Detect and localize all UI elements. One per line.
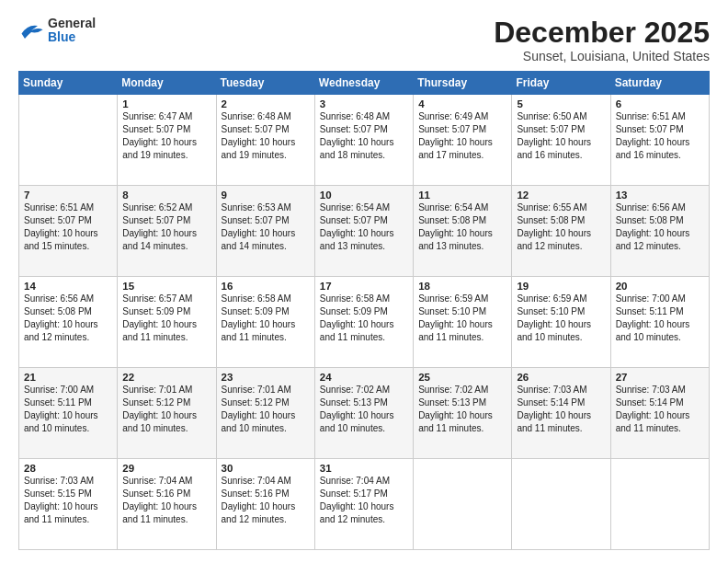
calendar-cell-w3-d6: 19Sunrise: 6:59 AM Sunset: 5:10 PM Dayli… <box>512 277 610 368</box>
day-number-9: 9 <box>222 190 310 201</box>
day-number-22: 22 <box>122 372 210 383</box>
title-block: December 2025 Sunset, Louisiana, United … <box>494 17 710 63</box>
header: General Blue December 2025 Sunset, Louis… <box>18 17 710 63</box>
cell-content-21: Sunrise: 7:00 AM Sunset: 5:11 PM Dayligh… <box>24 384 112 435</box>
col-tuesday: Tuesday <box>216 72 314 95</box>
calendar-cell-w5-d1: 28Sunrise: 7:03 AM Sunset: 5:15 PM Dayli… <box>19 459 118 550</box>
calendar-cell-w5-d2: 29Sunrise: 7:04 AM Sunset: 5:16 PM Dayli… <box>118 459 216 550</box>
cell-content-17: Sunrise: 6:58 AM Sunset: 5:09 PM Dayligh… <box>320 293 408 344</box>
calendar-cell-w4-d7: 27Sunrise: 7:03 AM Sunset: 5:14 PM Dayli… <box>610 368 709 459</box>
cell-content-6: Sunrise: 6:51 AM Sunset: 5:07 PM Dayligh… <box>616 110 704 162</box>
calendar-cell-w3-d3: 16Sunrise: 6:58 AM Sunset: 5:09 PM Dayli… <box>216 277 314 368</box>
day-number-17: 17 <box>320 281 408 292</box>
logo-bird-icon <box>18 20 44 40</box>
logo: General Blue <box>18 17 96 45</box>
day-number-14: 14 <box>24 281 112 292</box>
day-number-29: 29 <box>122 463 210 474</box>
calendar-cell-w1-d3: 2Sunrise: 6:48 AM Sunset: 5:07 PM Daylig… <box>216 95 314 186</box>
cell-content-9: Sunrise: 6:53 AM Sunset: 5:07 PM Dayligh… <box>222 201 310 253</box>
calendar-week-5: 28Sunrise: 7:03 AM Sunset: 5:15 PM Dayli… <box>19 459 710 550</box>
cell-content-1: Sunrise: 6:47 AM Sunset: 5:07 PM Dayligh… <box>122 110 210 162</box>
calendar-cell-w1-d5: 4Sunrise: 6:49 AM Sunset: 5:07 PM Daylig… <box>414 95 512 186</box>
logo-general-text: General <box>48 17 96 30</box>
day-number-31: 31 <box>320 463 408 474</box>
calendar-cell-w2-d2: 8Sunrise: 6:52 AM Sunset: 5:07 PM Daylig… <box>118 186 216 277</box>
col-saturday: Saturday <box>610 72 709 95</box>
day-number-15: 15 <box>122 281 210 292</box>
cell-content-20: Sunrise: 7:00 AM Sunset: 5:11 PM Dayligh… <box>616 293 704 344</box>
calendar-cell-w2-d7: 13Sunrise: 6:56 AM Sunset: 5:08 PM Dayli… <box>610 186 709 277</box>
calendar-cell-w1-d6: 5Sunrise: 6:50 AM Sunset: 5:07 PM Daylig… <box>512 95 610 186</box>
calendar-cell-w1-d4: 3Sunrise: 6:48 AM Sunset: 5:07 PM Daylig… <box>314 95 413 186</box>
cell-content-16: Sunrise: 6:58 AM Sunset: 5:09 PM Dayligh… <box>222 293 310 344</box>
cell-content-24: Sunrise: 7:02 AM Sunset: 5:13 PM Dayligh… <box>320 384 408 435</box>
cell-content-31: Sunrise: 7:04 AM Sunset: 5:17 PM Dayligh… <box>320 475 408 526</box>
cell-content-5: Sunrise: 6:50 AM Sunset: 5:07 PM Dayligh… <box>517 110 605 162</box>
day-number-30: 30 <box>222 463 310 474</box>
calendar-cell-w1-d1 <box>19 95 118 186</box>
cell-content-2: Sunrise: 6:48 AM Sunset: 5:07 PM Dayligh… <box>222 110 310 162</box>
calendar-cell-w3-d7: 20Sunrise: 7:00 AM Sunset: 5:11 PM Dayli… <box>610 277 709 368</box>
day-number-3: 3 <box>320 98 408 109</box>
col-friday: Friday <box>512 72 610 95</box>
cell-content-4: Sunrise: 6:49 AM Sunset: 5:07 PM Dayligh… <box>418 110 506 162</box>
day-number-2: 2 <box>222 98 310 109</box>
cell-content-29: Sunrise: 7:04 AM Sunset: 5:16 PM Dayligh… <box>122 475 210 526</box>
cell-content-14: Sunrise: 6:56 AM Sunset: 5:08 PM Dayligh… <box>24 293 112 344</box>
day-number-18: 18 <box>418 281 506 292</box>
day-number-4: 4 <box>418 98 506 109</box>
day-number-23: 23 <box>222 372 310 383</box>
calendar-cell-w4-d3: 23Sunrise: 7:01 AM Sunset: 5:12 PM Dayli… <box>216 368 314 459</box>
day-number-1: 1 <box>122 98 210 109</box>
cell-content-10: Sunrise: 6:54 AM Sunset: 5:07 PM Dayligh… <box>320 201 408 253</box>
day-number-16: 16 <box>222 281 310 292</box>
cell-content-19: Sunrise: 6:59 AM Sunset: 5:10 PM Dayligh… <box>517 293 605 344</box>
calendar-cell-w1-d7: 6Sunrise: 6:51 AM Sunset: 5:07 PM Daylig… <box>610 95 709 186</box>
logo-blue-text: Blue <box>48 30 96 44</box>
calendar-cell-w2-d3: 9Sunrise: 6:53 AM Sunset: 5:07 PM Daylig… <box>216 186 314 277</box>
calendar-cell-w1-d2: 1Sunrise: 6:47 AM Sunset: 5:07 PM Daylig… <box>118 95 216 186</box>
day-number-21: 21 <box>24 372 112 383</box>
day-number-12: 12 <box>517 190 605 201</box>
col-sunday: Sunday <box>19 72 118 95</box>
calendar-cell-w3-d4: 17Sunrise: 6:58 AM Sunset: 5:09 PM Dayli… <box>314 277 413 368</box>
day-number-5: 5 <box>517 98 605 109</box>
page: General Blue December 2025 Sunset, Louis… <box>0 0 728 563</box>
day-number-20: 20 <box>616 281 704 292</box>
calendar-cell-w4-d2: 22Sunrise: 7:01 AM Sunset: 5:12 PM Dayli… <box>118 368 216 459</box>
day-number-27: 27 <box>616 372 704 383</box>
calendar-cell-w4-d1: 21Sunrise: 7:00 AM Sunset: 5:11 PM Dayli… <box>19 368 118 459</box>
calendar-week-3: 14Sunrise: 6:56 AM Sunset: 5:08 PM Dayli… <box>19 277 710 368</box>
logo-text: General Blue <box>48 17 96 45</box>
day-number-10: 10 <box>320 190 408 201</box>
day-number-25: 25 <box>418 372 506 383</box>
calendar-week-4: 21Sunrise: 7:00 AM Sunset: 5:11 PM Dayli… <box>19 368 710 459</box>
day-number-28: 28 <box>24 463 112 474</box>
calendar-cell-w2-d5: 11Sunrise: 6:54 AM Sunset: 5:08 PM Dayli… <box>414 186 512 277</box>
col-monday: Monday <box>118 72 216 95</box>
day-number-7: 7 <box>24 190 112 201</box>
cell-content-28: Sunrise: 7:03 AM Sunset: 5:15 PM Dayligh… <box>24 475 112 526</box>
calendar-cell-w5-d4: 31Sunrise: 7:04 AM Sunset: 5:17 PM Dayli… <box>314 459 413 550</box>
cell-content-11: Sunrise: 6:54 AM Sunset: 5:08 PM Dayligh… <box>418 201 506 253</box>
main-title: December 2025 <box>494 17 710 49</box>
calendar-table: Sunday Monday Tuesday Wednesday Thursday… <box>18 71 710 550</box>
day-number-13: 13 <box>616 190 704 201</box>
cell-content-25: Sunrise: 7:02 AM Sunset: 5:13 PM Dayligh… <box>418 384 506 435</box>
calendar-cell-w5-d3: 30Sunrise: 7:04 AM Sunset: 5:16 PM Dayli… <box>216 459 314 550</box>
cell-content-18: Sunrise: 6:59 AM Sunset: 5:10 PM Dayligh… <box>418 293 506 344</box>
cell-content-13: Sunrise: 6:56 AM Sunset: 5:08 PM Dayligh… <box>616 201 704 253</box>
cell-content-22: Sunrise: 7:01 AM Sunset: 5:12 PM Dayligh… <box>122 384 210 435</box>
calendar-cell-w4-d5: 25Sunrise: 7:02 AM Sunset: 5:13 PM Dayli… <box>414 368 512 459</box>
day-number-8: 8 <box>122 190 210 201</box>
cell-content-7: Sunrise: 6:51 AM Sunset: 5:07 PM Dayligh… <box>24 201 112 253</box>
subtitle: Sunset, Louisiana, United States <box>494 49 710 63</box>
cell-content-23: Sunrise: 7:01 AM Sunset: 5:12 PM Dayligh… <box>222 384 310 435</box>
day-number-19: 19 <box>517 281 605 292</box>
day-number-24: 24 <box>320 372 408 383</box>
calendar-cell-w2-d4: 10Sunrise: 6:54 AM Sunset: 5:07 PM Dayli… <box>314 186 413 277</box>
calendar-cell-w5-d5 <box>414 459 512 550</box>
calendar-cell-w4-d6: 26Sunrise: 7:03 AM Sunset: 5:14 PM Dayli… <box>512 368 610 459</box>
calendar-cell-w2-d1: 7Sunrise: 6:51 AM Sunset: 5:07 PM Daylig… <box>19 186 118 277</box>
calendar-week-2: 7Sunrise: 6:51 AM Sunset: 5:07 PM Daylig… <box>19 186 710 277</box>
